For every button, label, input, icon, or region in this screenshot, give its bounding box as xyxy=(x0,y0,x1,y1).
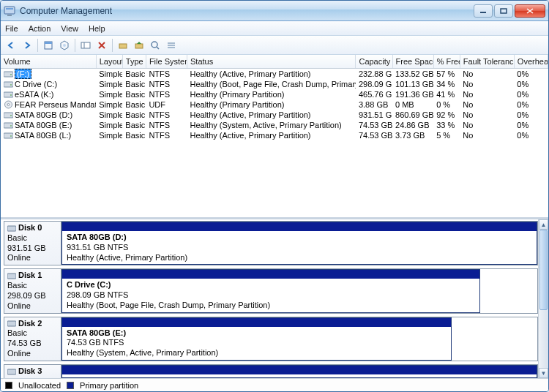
cell-overhead: 0% xyxy=(514,68,548,79)
cell-free: 860.69 GB xyxy=(392,110,433,120)
disk-type: Basic xyxy=(7,328,58,339)
table-row[interactable]: (F:)SimpleBasicNTFSHealthy (Active, Prim… xyxy=(1,68,548,79)
table-row[interactable]: SATA 80GB (D:)SimpleBasicNTFSHealthy (Ac… xyxy=(1,110,548,120)
partition-header xyxy=(62,270,479,279)
show-hide-icon[interactable] xyxy=(78,38,93,53)
titlebar[interactable]: Computer Management xyxy=(1,1,548,21)
drive-icon xyxy=(4,80,13,88)
svg-rect-23 xyxy=(4,82,13,87)
svg-rect-4 xyxy=(501,9,507,13)
disk-name: Disk 3 xyxy=(18,366,42,377)
search-icon[interactable] xyxy=(148,38,163,53)
svg-rect-1 xyxy=(6,8,13,10)
cell-fs: NTFS xyxy=(146,68,187,79)
scroll-down-icon[interactable]: ▼ xyxy=(539,368,548,378)
action-icon-2[interactable] xyxy=(132,38,146,53)
cell-pfree: 34 % xyxy=(433,79,460,89)
menu-action[interactable]: Action xyxy=(29,24,51,33)
cell-type: Basic xyxy=(122,89,146,99)
cell-pfree: 92 % xyxy=(433,110,460,120)
partition[interactable]: SATA 80GB (E:)74.53 GB NTFSHealthy (Syst… xyxy=(61,317,452,361)
col-layout[interactable]: Layout xyxy=(96,55,122,68)
table-row[interactable]: eSATA (K:)SimpleBasicNTFSHealthy (Primar… xyxy=(1,89,548,99)
legend-unallocated-swatch xyxy=(5,382,12,389)
col-status[interactable]: Status xyxy=(187,55,355,68)
menu-help[interactable]: Help xyxy=(89,24,105,33)
cell-pfree: 57 % xyxy=(433,68,460,79)
disk-row[interactable]: Disk 0Basic931.51 GBOnlineSATA 80GB (D:)… xyxy=(4,221,538,265)
col-pfree[interactable]: % Free xyxy=(433,55,460,68)
list-icon[interactable] xyxy=(164,38,179,53)
properties-icon[interactable] xyxy=(57,38,72,53)
cell-status: Healthy (Primary Partition) xyxy=(187,99,355,110)
menu-file[interactable]: File xyxy=(5,24,18,33)
col-volume[interactable]: Volume xyxy=(1,55,96,68)
partition-status: Healthy (Active, Primary Partition) xyxy=(67,253,532,263)
disk-row[interactable]: Disk 2Basic74.53 GBOnlineSATA 80GB (E:)7… xyxy=(4,317,538,361)
minimize-button[interactable] xyxy=(474,4,493,18)
table-header[interactable]: Volume Layout Type File System Status Ca… xyxy=(1,55,548,68)
partition[interactable]: C Drive (C:)298.09 GB NTFSHealthy (Boot,… xyxy=(61,269,480,312)
disk-parts: SATA 80GB (D:)931.51 GB NTFSHealthy (Act… xyxy=(61,222,537,265)
col-overhead[interactable]: Overhead xyxy=(514,55,548,68)
disk-icon xyxy=(7,319,16,328)
disk-label: Disk 1Basic298.09 GBOnline xyxy=(4,269,61,312)
col-capacity[interactable]: Capacity xyxy=(356,55,392,68)
table-row[interactable]: SATA 80GB (L:)SimpleBasicNTFSHealthy (Ac… xyxy=(1,130,548,140)
table-row[interactable]: C Drive (C:)SimpleBasicNTFSHealthy (Boot… xyxy=(1,79,548,89)
svg-point-22 xyxy=(10,74,12,75)
svg-rect-33 xyxy=(4,133,13,138)
partition-name: SATA 80GB (E:) xyxy=(67,328,447,339)
disk-type: Basic xyxy=(7,233,58,244)
scroll-thumb[interactable] xyxy=(539,230,548,310)
maximize-button[interactable] xyxy=(494,4,513,18)
partition-name: C Drive (C:) xyxy=(67,280,475,290)
col-fs[interactable]: File System xyxy=(146,55,187,68)
cell-pfree: 5 % xyxy=(433,130,460,140)
volumes-pane[interactable]: Volume Layout Type File System Status Ca… xyxy=(1,55,548,219)
svg-rect-31 xyxy=(4,123,13,128)
col-type[interactable]: Type xyxy=(122,55,146,68)
cell-capacity: 232.88 GB xyxy=(356,68,392,79)
scrollbar[interactable]: ▲ ▼ xyxy=(538,219,548,378)
col-free[interactable]: Free Space xyxy=(392,55,433,68)
svg-rect-29 xyxy=(4,113,13,118)
legend-unallocated-label: Unallocated xyxy=(18,381,61,390)
cell-capacity: 931.51 GB xyxy=(356,110,392,120)
delete-icon[interactable] xyxy=(94,38,109,53)
table-row[interactable]: FEAR Perseus Mandate (H:)SimpleBasicUDFH… xyxy=(1,99,548,110)
cell-status: Healthy (System, Active, Primary Partiti… xyxy=(187,120,355,130)
cell-free: 3.73 GB xyxy=(392,130,433,140)
disk-row[interactable]: Disk 3 xyxy=(4,364,538,378)
partition-status: Healthy (System, Active, Primary Partiti… xyxy=(67,348,447,358)
cell-overhead: 0% xyxy=(514,110,548,120)
disk-size: 931.51 GB xyxy=(7,244,58,254)
cell-type: Basic xyxy=(122,68,146,79)
cell-status: Healthy (Active, Primary Partition) xyxy=(187,130,355,140)
col-fault[interactable]: Fault Tolerance xyxy=(460,55,514,68)
volume-name: C Drive (C:) xyxy=(15,80,57,88)
action-icon-1[interactable] xyxy=(116,38,130,53)
cell-overhead: 0% xyxy=(514,130,548,140)
scroll-up-icon[interactable]: ▲ xyxy=(539,219,548,230)
refresh-icon[interactable] xyxy=(41,38,56,53)
forward-button[interactable] xyxy=(20,38,34,53)
menu-view[interactable]: View xyxy=(61,24,78,33)
svg-line-17 xyxy=(157,47,159,49)
svg-point-16 xyxy=(152,42,157,48)
back-button[interactable] xyxy=(4,38,18,53)
close-button[interactable] xyxy=(515,4,545,18)
cell-type: Basic xyxy=(122,110,146,120)
disk-icon xyxy=(7,367,16,376)
menubar: File Action View Help xyxy=(1,21,548,36)
cell-fs: NTFS xyxy=(146,130,187,140)
disks-pane[interactable]: Disk 0Basic931.51 GBOnlineSATA 80GB (D:)… xyxy=(1,219,548,378)
disk-row[interactable]: Disk 1Basic298.09 GBOnlineC Drive (C:)29… xyxy=(4,268,538,313)
disk-type: Basic xyxy=(7,281,58,291)
cell-free: 24.86 GB xyxy=(392,120,433,130)
app-icon xyxy=(4,5,15,17)
partition[interactable]: SATA 80GB (D:)931.51 GB NTFSHealthy (Act… xyxy=(61,222,537,265)
table-row[interactable]: SATA 80GB (E:)SimpleBasicNTFSHealthy (Sy… xyxy=(1,120,548,130)
partition-header xyxy=(62,318,451,327)
svg-point-34 xyxy=(10,135,12,137)
